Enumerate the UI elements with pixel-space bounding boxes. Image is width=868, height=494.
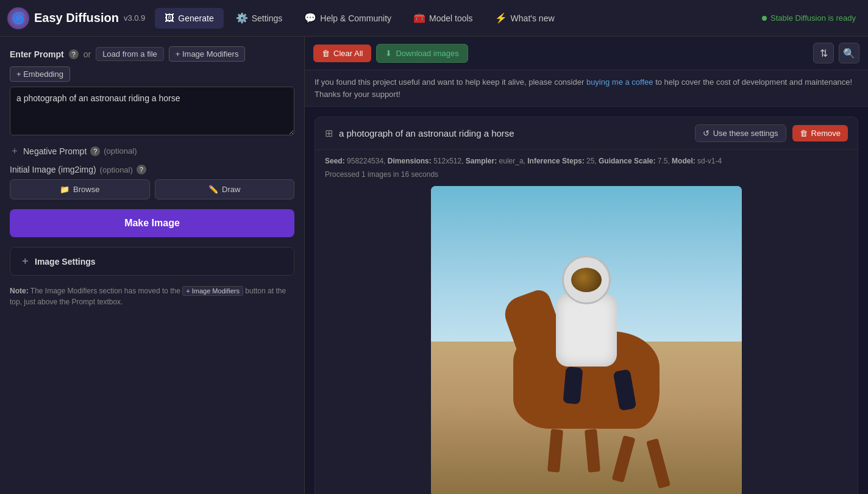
model-value: sd-v1-4 [697,157,722,165]
use-settings-label: Use these settings [713,129,778,138]
init-image-label: Initial Image (img2img) [10,165,96,174]
processed-text: Processed 1 images in 16 seconds [325,170,438,179]
image-astronaut-leg1 [563,367,583,404]
init-image-row: Initial Image (img2img) (optional) ? [10,165,294,174]
status-dot [762,16,767,21]
prompt-header: Enter Prompt ? or Load from a file + Ima… [10,46,294,82]
note-text: The Image Modifiers section has moved to… [30,287,182,295]
neg-prompt-plus-icon: ＋ [10,145,20,157]
right-toolbar: 🗑 Clear All ⬇ Download images ⇅ 🔍 [305,37,868,70]
left-panel: Enter Prompt ? or Load from a file + Ima… [0,37,305,494]
right-panel: 🗑 Clear All ⬇ Download images ⇅ 🔍 If you… [305,37,868,494]
remove-icon: 🗑 [800,129,808,138]
filter-icon: ⇅ [820,48,828,59]
logo-icon: 🌀 [7,7,29,29]
result-image-area [315,186,858,494]
settings-icon: ⚙️ [236,12,248,24]
browse-label: Browse [73,185,99,194]
note-highlight: + Image Modifiers [182,286,243,296]
image-astronaut-visor [571,268,602,292]
download-images-button[interactable]: ⬇ Download images [376,44,468,63]
nav-settings-label: Settings [252,13,283,23]
neg-prompt-help-icon[interactable]: ? [90,146,100,156]
guidance-label: Guidance Scale: [599,157,655,165]
coffee-link[interactable]: buying me a coffee [586,77,653,87]
inference-label: Inference Steps: [527,157,584,165]
image-astronaut-body [556,293,617,367]
coffee-text-before: If you found this project useful and wan… [315,77,584,87]
result-meta: Seed: 958224534, Dimensions: 512x512, Sa… [315,150,858,186]
prompt-label: Enter Prompt [10,49,64,59]
seed-label: Seed: [325,157,345,165]
result-title: a photograph of an astronaut riding a ho… [339,128,689,138]
result-card: ⊞ a photograph of an astronaut riding a … [315,116,858,494]
remove-label: Remove [811,129,841,138]
clear-all-button[interactable]: 🗑 Clear All [313,45,371,62]
result-container: ⊞ a photograph of an astronaut riding a … [305,107,868,494]
image-modifiers-button[interactable]: + Image Modifiers [169,46,246,62]
coffee-banner: If you found this project useful and wan… [305,70,868,107]
make-image-button[interactable]: Make Image [10,209,294,237]
note-area: Note: The Image Modifiers section has mo… [10,285,294,307]
embedding-button[interactable]: + Embedding [10,66,70,82]
stable-status-text: Stable Diffusion is ready [770,13,856,23]
nav-help[interactable]: 💬 Help & Community [294,7,401,29]
model-tools-icon: 🧰 [413,12,425,24]
prompt-help-icon[interactable]: ? [69,49,79,59]
neg-prompt-label: Negative Prompt [23,146,87,156]
generate-icon: 🖼 [165,13,174,24]
clear-icon: 🗑 [322,49,330,58]
image-settings-section[interactable]: ＋ Image Settings [10,247,294,276]
neg-prompt-row[interactable]: ＋ Negative Prompt ? (optional) [10,145,294,157]
grid-icon: ⊞ [325,127,333,139]
nav-generate[interactable]: 🖼 Generate [155,8,223,29]
guidance-value: 7.5 [658,157,668,165]
clear-all-label: Clear All [333,49,363,58]
help-icon: 💬 [304,12,316,24]
nav-whats-new-label: What's new [511,13,555,23]
topnav: 🌀 Easy Diffusion v3.0.9 🖼 Generate ⚙️ Se… [0,0,868,37]
dimensions-label: Dimensions: [388,157,432,165]
result-image[interactable] [431,186,742,494]
note-label: Note: [10,287,29,295]
init-buttons: 📁 Browse ✏️ Draw [10,179,294,199]
settings-plus-icon: ＋ [20,255,30,268]
use-settings-button[interactable]: ↺ Use these settings [695,124,786,142]
whats-new-icon: ⚡ [495,12,507,24]
sampler-label: Sampler: [466,157,497,165]
draw-label: Draw [222,185,240,194]
prompt-textarea[interactable]: a photograph of an astronaut riding a ho… [10,87,294,135]
nav-model-tools-label: Model tools [429,13,473,23]
inference-value: 25 [586,157,594,165]
browse-icon: 📁 [60,185,69,194]
download-label: Download images [396,49,458,58]
download-icon: ⬇ [385,49,392,58]
load-file-button[interactable]: Load from a file [96,47,164,61]
or-text: or [84,49,91,59]
nav-settings[interactable]: ⚙️ Settings [226,7,293,29]
search-icon: 🔍 [843,48,855,59]
init-optional-label: (optional) [100,165,133,174]
app-name: Easy Diffusion [34,11,119,25]
init-help-icon[interactable]: ? [137,165,146,174]
stable-status: Stable Diffusion is ready [762,13,856,23]
draw-button[interactable]: ✏️ Draw [155,179,295,199]
sampler-value: euler_a [499,157,524,165]
model-label: Model: [672,157,695,165]
image-settings-label: Image Settings [35,257,96,267]
search-button[interactable]: 🔍 [839,43,859,63]
nav-model-tools[interactable]: 🧰 Model tools [404,7,483,29]
nav-whats-new[interactable]: ⚡ What's new [485,7,564,29]
dimensions-value: 512x512 [433,157,461,165]
app-version: v3.0.9 [124,13,145,23]
filter-button[interactable]: ⇅ [813,43,834,63]
seed-value: 958224534 [347,157,383,165]
main-layout: Enter Prompt ? or Load from a file + Ima… [0,37,868,494]
browse-button[interactable]: 📁 Browse [10,179,150,199]
app-logo: 🌀 Easy Diffusion v3.0.9 [7,7,145,29]
nav-generate-label: Generate [178,13,213,23]
use-settings-icon: ↺ [703,129,710,138]
neg-optional-label: (optional) [104,146,137,156]
result-header: ⊞ a photograph of an astronaut riding a … [315,117,858,150]
remove-button[interactable]: 🗑 Remove [792,125,848,141]
